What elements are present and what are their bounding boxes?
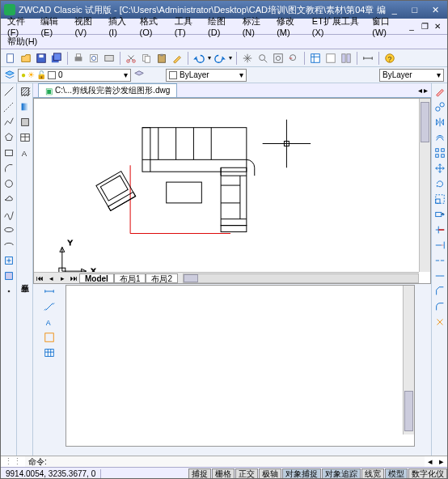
cut-icon[interactable] xyxy=(125,52,137,65)
fillet-icon[interactable] xyxy=(433,300,446,313)
drawing-canvas[interactable]: Y X ⏮ ◂ ▸ ⏭ Model 布局1 布局2 xyxy=(33,98,431,284)
tab-next-icon[interactable]: ▸ xyxy=(57,273,68,283)
stretch-icon[interactable] xyxy=(433,208,446,221)
mirror-icon[interactable] xyxy=(433,116,446,129)
zoom-icon[interactable] xyxy=(256,52,269,65)
print-icon[interactable] xyxy=(72,52,85,65)
menu-window[interactable]: 窗口(W) xyxy=(369,15,404,38)
chamfer-icon[interactable] xyxy=(433,285,446,298)
menu-draw[interactable]: 绘图(D) xyxy=(205,15,239,38)
layout-tab-1[interactable]: 布局1 xyxy=(114,273,146,283)
rotate-icon[interactable] xyxy=(433,177,446,190)
close-button[interactable]: ✕ xyxy=(426,5,444,15)
status-tablet[interactable]: 数字化仪 xyxy=(408,468,447,480)
mdi-minimize-button[interactable]: _ xyxy=(405,21,418,32)
scale-icon[interactable] xyxy=(433,193,446,206)
mdi-restore-button[interactable]: ❐ xyxy=(418,21,431,32)
status-lwt[interactable]: 线宽 xyxy=(361,468,384,480)
revcloud-icon[interactable] xyxy=(2,193,15,206)
hatch-icon[interactable] xyxy=(19,85,32,98)
redo-icon[interactable] xyxy=(213,52,226,65)
block-icon[interactable] xyxy=(2,269,15,282)
plot-icon[interactable] xyxy=(103,52,116,65)
lineweight-dropdown[interactable]: ByLayer ▾ xyxy=(379,69,444,82)
trim-icon[interactable] xyxy=(433,223,446,236)
layout-tab-model[interactable]: Model xyxy=(79,273,114,283)
dim-table-icon[interactable] xyxy=(44,347,55,360)
layers-icon[interactable] xyxy=(4,70,15,81)
status-snap[interactable]: 捕捉 xyxy=(188,468,211,480)
zoomprev-icon[interactable] xyxy=(287,52,300,65)
rectangle-icon[interactable] xyxy=(2,146,15,159)
designcenter-icon[interactable] xyxy=(324,52,337,65)
menu-format[interactable]: 格式(O) xyxy=(137,15,171,38)
redo-dropdown-icon[interactable]: ▾ xyxy=(229,54,232,61)
cmd-scroll-right-icon[interactable]: ▸ xyxy=(436,456,447,467)
explode-icon[interactable] xyxy=(433,316,446,329)
copy-icon[interactable] xyxy=(140,52,153,65)
coordinates[interactable]: 9914.0054, 3235.3677, 0 xyxy=(1,469,101,478)
menu-et[interactable]: ET扩展工具(X) xyxy=(309,15,368,38)
join-icon[interactable] xyxy=(433,269,446,282)
props-icon[interactable] xyxy=(309,52,322,65)
xline-icon[interactable] xyxy=(2,100,15,113)
menu-insert[interactable]: 插入(I) xyxy=(105,15,135,38)
command-line[interactable]: ⋮⋮ 命令: ◂ ▸ xyxy=(1,456,447,467)
tab-right-icon[interactable]: ▸ xyxy=(424,86,428,95)
zoomwin-icon[interactable] xyxy=(272,52,285,65)
text-vscroll[interactable] xyxy=(403,286,414,434)
undo-icon[interactable] xyxy=(192,52,205,65)
point-icon[interactable] xyxy=(2,285,15,298)
paste-icon[interactable] xyxy=(155,52,168,65)
preview-icon[interactable] xyxy=(87,52,100,65)
menu-edit[interactable]: 编辑(E) xyxy=(37,15,70,38)
maximize-button[interactable]: □ xyxy=(406,5,424,15)
copy-obj-icon[interactable] xyxy=(433,100,446,113)
dim-aligned-icon[interactable] xyxy=(44,301,55,314)
move-icon[interactable] xyxy=(433,162,446,175)
tab-first-icon[interactable]: ⏮ xyxy=(34,273,45,283)
menu-modify[interactable]: 修改(M) xyxy=(273,15,308,38)
tab-left-icon[interactable]: ◂ xyxy=(418,86,422,95)
minimize-button[interactable]: _ xyxy=(386,5,404,15)
saveall-icon[interactable] xyxy=(50,52,63,65)
status-osnap[interactable]: 对象捕捉 xyxy=(282,468,321,480)
region-icon[interactable] xyxy=(19,116,32,129)
menu-help[interactable]: 帮助(H) xyxy=(4,35,40,49)
cmd-scroll-left-icon[interactable]: ◂ xyxy=(425,456,436,467)
tab-last-icon[interactable]: ⏭ xyxy=(68,273,79,283)
menu-view[interactable]: 视图(V) xyxy=(71,15,104,38)
circle-icon[interactable] xyxy=(2,177,15,190)
layout-tab-2[interactable]: 布局2 xyxy=(146,273,178,283)
menu-dimension[interactable]: 标注(N) xyxy=(239,15,273,38)
menu-tools[interactable]: 工具(T) xyxy=(171,15,204,38)
canvas-vscroll[interactable] xyxy=(419,99,430,272)
dim-text-icon[interactable]: A xyxy=(44,316,55,329)
canvas-hscroll[interactable] xyxy=(183,273,419,283)
cmd-grip-icon[interactable]: ⋮⋮ xyxy=(1,456,25,467)
status-grid[interactable]: 栅格 xyxy=(212,468,235,480)
pan-icon[interactable] xyxy=(241,52,254,65)
erase-icon[interactable] xyxy=(433,85,446,98)
layer-dropdown[interactable]: ● ☀ 🔓 0 ▾ xyxy=(18,69,131,82)
dim-linear-icon[interactable] xyxy=(44,286,55,299)
arc-icon[interactable] xyxy=(2,162,15,175)
open-icon[interactable] xyxy=(19,52,32,65)
insert-icon[interactable] xyxy=(2,254,15,267)
status-ortho[interactable]: 正交 xyxy=(235,468,258,480)
break-icon[interactable] xyxy=(433,254,446,267)
gradient-icon[interactable] xyxy=(19,100,32,113)
document-tab[interactable]: ▣ C:\...剪线段完善沙发组图形.dwg xyxy=(38,83,177,97)
polyline-icon[interactable] xyxy=(2,116,15,129)
ellipse-icon[interactable] xyxy=(2,223,15,236)
new-icon[interactable] xyxy=(4,52,17,65)
status-otrack[interactable]: 对象追踪 xyxy=(322,468,361,480)
layerprev-icon[interactable] xyxy=(133,70,145,81)
ellipsearc-icon[interactable] xyxy=(2,239,15,252)
spline-icon[interactable] xyxy=(2,208,15,221)
linetype-dropdown[interactable]: ByLayer ▾ xyxy=(166,69,247,82)
extend-icon[interactable] xyxy=(433,239,446,252)
offset-icon[interactable] xyxy=(433,131,446,144)
toolpalettes-icon[interactable] xyxy=(340,52,353,65)
polygon-icon[interactable] xyxy=(2,131,15,144)
